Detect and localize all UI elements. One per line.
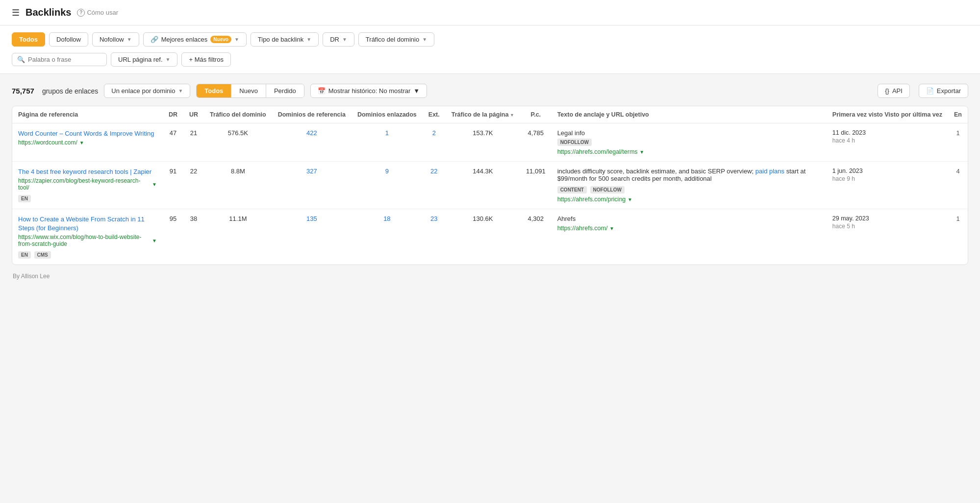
table-row: How to Create a Website From Scratch in …	[12, 209, 968, 265]
tipo-label: Tipo de backlink	[258, 36, 303, 43]
cell-traffic-domain-2: 8.8M	[204, 162, 272, 209]
more-filters-button[interactable]: + Más filtros	[181, 52, 230, 67]
cms-tag-3: CMS	[34, 251, 51, 259]
cell-date-2: 1 jun. 2023 hace 9 h	[827, 162, 948, 209]
tab-todos[interactable]: Todos	[197, 84, 231, 97]
table-row: The 4 best free keyword research tools |…	[12, 162, 968, 209]
first-seen-1: 11 dic. 2023	[832, 129, 942, 136]
cell-date-1: 11 dic. 2023 hace 4 h	[827, 123, 948, 162]
cell-traffic-page-1: 153.7K	[446, 123, 520, 162]
cell-domains-ref-2[interactable]: 327	[272, 162, 352, 209]
cell-ext-3[interactable]: 23	[423, 209, 446, 265]
cell-traffic-domain-3: 11.1M	[204, 209, 272, 265]
help-circle-icon: ?	[77, 9, 85, 17]
search-input-wrap[interactable]: 🔍	[12, 53, 107, 66]
cell-pc-1: 4,785	[520, 123, 552, 162]
ref-page-link-3[interactable]: How to Create a Website From Scratch in …	[18, 216, 145, 232]
cell-domains-linked-1[interactable]: 1	[352, 123, 423, 162]
ref-page-url-link-3[interactable]: https://www.wix.com/blog/how-to-build-we…	[18, 234, 150, 247]
history-button[interactable]: 📅 Mostrar histórico: No mostrar ▼	[310, 84, 427, 98]
col-traffic-page[interactable]: Tráfico de la página	[446, 106, 520, 123]
cell-ext-2[interactable]: 22	[423, 162, 446, 209]
data-table: Página de referencia DR UR Tráfico del d…	[12, 106, 968, 265]
filter-tipo-button[interactable]: Tipo de backlink ▼	[251, 32, 319, 47]
col-anchor: Texto de anclaje y URL objetivo	[552, 106, 827, 123]
ref-page-url-link-1[interactable]: https://wordcount.com/	[18, 139, 77, 146]
en-tag-2: EN	[18, 195, 31, 202]
cell-ext-1[interactable]: 2	[423, 123, 446, 162]
results-label: grupos de enlaces	[42, 87, 98, 95]
help-label: Cómo usar	[87, 9, 118, 16]
url-dropdown-arrow-2[interactable]: ▼	[152, 182, 157, 187]
cell-domains-linked-3[interactable]: 18	[352, 209, 423, 265]
anchor-paid-link-2[interactable]: paid plans	[755, 168, 784, 175]
tab-perdido[interactable]: Perdido	[266, 84, 304, 97]
filter-mejores-button[interactable]: 🔗 Mejores enlaces Nuevo ▼	[143, 32, 247, 47]
filter-trafico-button[interactable]: Tráfico del dominio ▼	[358, 32, 434, 47]
table-row: Word Counter – Count Words & Improve Wri…	[12, 123, 968, 162]
anchor-url-arrow-2[interactable]: ▼	[628, 197, 632, 202]
url-filter-button[interactable]: URL página ref. ▼	[111, 52, 177, 67]
cell-en-2: 4	[948, 162, 968, 209]
mejores-label: Mejores enlaces	[161, 36, 208, 43]
anchor-url-arrow-3[interactable]: ▼	[609, 226, 614, 231]
group-dropdown-arrow-icon: ▼	[178, 88, 183, 94]
nuevo-badge: Nuevo	[210, 36, 231, 43]
cell-pc-2: 11,091	[520, 162, 552, 209]
anchor-text-3: Ahrefs	[557, 215, 576, 222]
nofollow-tag-1: NOFOLLOW	[557, 139, 592, 146]
filter-row-1: Todos Dofollow Nofollow ▼ 🔗 Mejores enla…	[12, 32, 968, 47]
api-button[interactable]: {} API	[878, 84, 910, 98]
filter-todos-button[interactable]: Todos	[12, 32, 45, 47]
search-icon: 🔍	[17, 56, 25, 63]
filter-dofollow-button[interactable]: Dofollow	[49, 32, 88, 47]
col-date: Primera vez visto Visto por última vez	[827, 106, 948, 123]
filter-bar: Todos Dofollow Nofollow ▼ 🔗 Mejores enla…	[0, 25, 980, 74]
anchor-url-arrow-1[interactable]: ▼	[639, 149, 644, 155]
filter-tabs: Todos Nuevo Perdido	[196, 84, 304, 98]
tab-nuevo[interactable]: Nuevo	[231, 84, 266, 97]
first-seen-3: 29 may. 2023	[832, 215, 942, 222]
api-icon: {}	[885, 87, 889, 95]
anchor-url-link-3[interactable]: https://ahrefs.com/	[557, 225, 608, 232]
filter-dr-button[interactable]: DR ▼	[323, 32, 354, 47]
col-en: En	[948, 106, 968, 123]
menu-icon[interactable]: ☰	[12, 7, 20, 18]
last-seen-3: hace 5 h	[832, 223, 942, 230]
cell-en-3: 1	[948, 209, 968, 265]
group-dropdown-label: Un enlace por dominio	[111, 87, 175, 95]
cell-traffic-domain-1: 576.5K	[204, 123, 272, 162]
url-dropdown-arrow-3[interactable]: ▼	[152, 238, 157, 243]
filter-nofollow-button[interactable]: Nofollow ▼	[92, 32, 139, 47]
cell-domains-ref-3[interactable]: 135	[272, 209, 352, 265]
anchor-text-before-2: includes difficulty score, backlink esti…	[557, 168, 755, 175]
cell-domains-linked-2[interactable]: 9	[352, 162, 423, 209]
help-button[interactable]: ? Cómo usar	[77, 9, 118, 17]
mejores-arrow-icon: ▼	[234, 37, 239, 42]
url-dropdown-arrow-1[interactable]: ▼	[79, 140, 84, 145]
nofollow-label: Nofollow	[100, 36, 124, 43]
by-author: By Allison Lee	[12, 273, 968, 280]
ref-page-link-1[interactable]: Word Counter – Count Words & Improve Wri…	[18, 130, 154, 137]
ref-page-url-1: https://wordcount.com/ ▼	[18, 139, 157, 146]
api-label: API	[892, 87, 903, 95]
cell-domains-ref-1[interactable]: 422	[272, 123, 352, 162]
cell-dr-3: 95	[163, 209, 183, 265]
content-tag-2: CONTENT	[557, 186, 587, 193]
main-content: 75,757 grupos de enlaces Un enlace por d…	[0, 74, 980, 289]
cell-ur-3: 38	[183, 209, 204, 265]
export-button[interactable]: 📄 Exportar	[919, 84, 968, 98]
dr-arrow-icon: ▼	[342, 37, 347, 42]
group-dropdown-button[interactable]: Un enlace por dominio ▼	[104, 84, 190, 98]
search-input[interactable]	[28, 56, 101, 63]
ref-page-url-link-2[interactable]: https://zapier.com/blog/best-keyword-res…	[18, 177, 150, 191]
page-title: Backlinks	[25, 7, 71, 18]
ref-page-link-2[interactable]: The 4 best free keyword research tools |…	[18, 168, 151, 175]
trafico-label: Tráfico del dominio	[366, 36, 419, 43]
en-tag-3: EN	[18, 251, 31, 259]
calendar-icon: 📅	[318, 87, 326, 95]
anchor-url-link-2[interactable]: https://ahrefs.com/pricing	[557, 196, 626, 203]
col-domains-ref: Dominios de referencia	[272, 106, 352, 123]
anchor-url-link-1[interactable]: https://ahrefs.com/legal/terms	[557, 148, 638, 155]
nofollow-arrow-icon: ▼	[127, 37, 132, 42]
